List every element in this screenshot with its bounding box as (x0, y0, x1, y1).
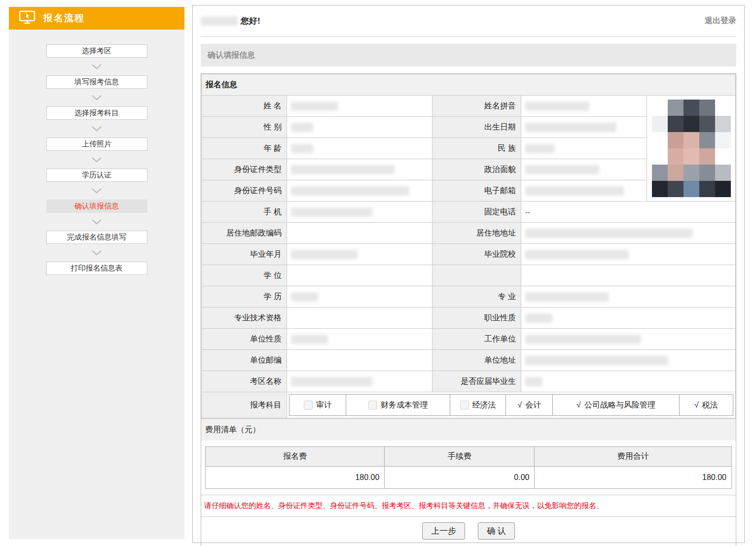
logout-link[interactable]: 退出登录 (705, 16, 736, 26)
chevron-down-icon (91, 58, 102, 75)
field-label: 单位地址 (432, 350, 521, 371)
redacted-value (291, 165, 395, 174)
table-row: 单位性质工作单位 (202, 329, 736, 350)
sidebar-steps: 选择考区填写报考信息选择报考科目上传照片学历认证确认填报信息完成报名信息填写打印… (9, 30, 184, 275)
subjects-row: 报考科目审计财务成本管理经济法√会计√公司战略与风险管理√税法 (202, 392, 736, 418)
field-label: 政治面貌 (432, 159, 521, 180)
redacted-value (291, 102, 338, 111)
redacted-value (291, 335, 328, 344)
monitor-icon (19, 10, 36, 27)
field-label: 毕业年月 (202, 244, 287, 265)
field-label: 学 历 (202, 286, 287, 307)
subject-name: 财务成本管理 (381, 400, 428, 410)
fee-value-cell: 180.00 (206, 467, 385, 489)
redacted-value (291, 377, 372, 386)
subject-checked: √公司战略与风险管理 (552, 395, 679, 415)
greeting-row: 您好! 退出登录 (201, 5, 736, 37)
main-panel: 您好! 退出登录 确认填报信息 报名信息 姓 名姓名拼音性 别出生日期年 龄民 … (192, 5, 745, 543)
field-label: 居住地邮政编码 (202, 223, 287, 244)
fee-value-cell: 0.00 (385, 467, 535, 489)
checkmark-icon: √ (694, 401, 699, 410)
subject-name: 会计 (525, 400, 541, 410)
field-label: 身份证件号码 (202, 180, 287, 202)
table-row: 居住地邮政编码居住地地址 (202, 223, 736, 244)
field-label: 单位性质 (202, 329, 287, 350)
subject-unchecked: 财务成本管理 (346, 395, 449, 415)
redacted-username (201, 16, 238, 26)
checkmark-icon: √ (576, 401, 581, 410)
redacted-value (291, 186, 409, 196)
checkbox-icon[interactable] (304, 401, 313, 410)
field-label (432, 265, 521, 286)
field-label: 电子邮箱 (432, 180, 521, 202)
table-row: 学 位 (202, 265, 736, 286)
redacted-value (525, 144, 555, 153)
fees-title-bar: 费用清单（元） (201, 418, 736, 441)
field-label: 考区名称 (202, 371, 287, 392)
redacted-value (525, 335, 641, 344)
field-value (287, 138, 432, 159)
subject-checked: √会计 (505, 395, 552, 415)
redacted-value (525, 292, 609, 302)
confirmation-warning: 请仔细确认您的姓名、身份证件类型、身份证件号码、报考考区、报考科目等关键信息，并… (201, 495, 736, 516)
subject-unchecked: 经济法 (450, 395, 505, 415)
chevron-down-icon (91, 182, 102, 200)
registration-flow-sidebar: 报名流程 选择考区填写报考信息选择报考科目上传照片学历认证确认填报信息完成报名信… (9, 7, 184, 539)
sidebar-step: 填写报考信息 (46, 75, 147, 89)
chevron-down-icon (91, 89, 102, 106)
fee-header-cell: 手续费 (385, 447, 535, 467)
redacted-value (525, 186, 624, 196)
field-value (521, 329, 736, 350)
redacted-value (291, 292, 318, 302)
table-title-row: 报名信息 (202, 74, 736, 96)
field-value (521, 244, 736, 265)
greeting-label: 您好! (241, 15, 260, 27)
sidebar-step: 选择考区 (46, 44, 147, 58)
checkmark-icon: √ (517, 401, 522, 410)
field-label: 姓 名 (202, 96, 287, 117)
subjects-strip: 审计财务成本管理经济法√会计√公司战略与风险管理√税法 (289, 394, 733, 416)
field-value (287, 244, 432, 265)
field-value (521, 350, 736, 371)
subject-name: 税法 (702, 400, 718, 410)
prev-step-button[interactable]: 上一步 (422, 522, 465, 540)
field-value: -- (521, 202, 736, 223)
greeting-text: 您好! (201, 15, 260, 27)
chevron-down-icon (91, 244, 102, 262)
checkbox-icon[interactable] (460, 401, 469, 410)
field-value (287, 307, 432, 329)
field-label: 民 族 (432, 138, 521, 159)
table-row: 学 历专 业 (202, 286, 736, 307)
field-value (521, 371, 736, 392)
field-value (287, 371, 432, 392)
redacted-value (525, 102, 589, 111)
sidebar-title: 报名流程 (43, 12, 85, 25)
chevron-down-icon (91, 151, 102, 169)
field-label: 职业性质 (432, 307, 521, 329)
field-label: 居住地地址 (432, 223, 521, 244)
confirmation-content-box: 报名信息 姓 名姓名拼音性 别出生日期年 龄民 族身份证件类型政治面貌身份证件号… (201, 73, 736, 546)
redacted-value (291, 250, 358, 259)
chevron-down-icon (91, 213, 102, 231)
field-label: 报考科目 (202, 392, 287, 418)
subject-name: 公司战略与风险管理 (584, 400, 655, 410)
field-label: 专 业 (432, 286, 521, 307)
fee-header-cell: 费用合计 (535, 447, 732, 467)
registration-info-table: 报名信息 姓 名姓名拼音性 别出生日期年 龄民 族身份证件类型政治面貌身份证件号… (201, 74, 736, 418)
section-title-bar: 确认填报信息 (201, 44, 736, 67)
table-row: 考区名称是否应届毕业生 (202, 371, 736, 392)
sidebar-header: 报名流程 (9, 7, 184, 30)
chevron-down-icon (91, 120, 102, 137)
field-value (521, 180, 647, 202)
field-value (521, 138, 647, 159)
field-value (287, 202, 432, 223)
field-value (521, 159, 647, 180)
redacted-value (525, 250, 629, 259)
field-value (287, 180, 432, 202)
field-value (287, 117, 432, 138)
fees-header-row: 报名费手续费费用合计 (206, 447, 732, 467)
confirm-button[interactable]: 确 认 (478, 522, 515, 540)
checkbox-icon[interactable] (368, 401, 377, 410)
subject-name: 审计 (316, 400, 332, 410)
subject-name: 经济法 (472, 400, 496, 410)
